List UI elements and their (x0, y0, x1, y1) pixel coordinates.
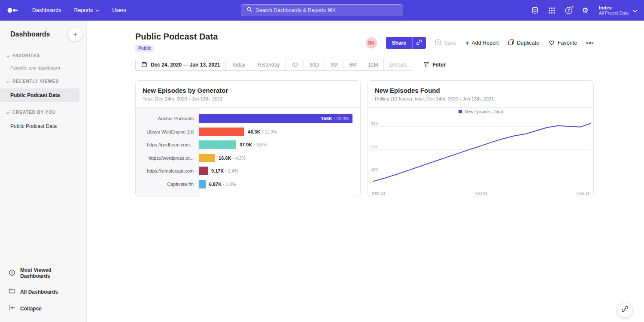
project-selector[interactable]: Index All Project Data (599, 5, 637, 16)
link-icon (416, 39, 422, 47)
duplicate-icon (508, 39, 514, 47)
new-dashboard-button[interactable]: + (68, 27, 82, 41)
nav-item-users[interactable]: Users (112, 7, 126, 13)
nav-item-reports[interactable]: Reports (74, 7, 99, 13)
sidebar-item-public-podcast-data[interactable]: Public Podcast Data (0, 88, 79, 102)
svg-text:10K: 10K (371, 167, 378, 172)
card-title: New Episodes Found (375, 87, 586, 94)
chevron-down-icon (6, 52, 9, 59)
line-chart[interactable]: 10K20K30K (369, 115, 592, 189)
bar-category-label: Libsyn WebEngine 2.0 (136, 129, 199, 134)
legend-item[interactable]: New Episode - Total (369, 108, 592, 115)
duplicate-button[interactable]: Duplicate (508, 39, 539, 47)
bar-captivate[interactable] (199, 180, 206, 188)
chevron-down-icon (6, 77, 9, 85)
share-button[interactable]: Share (386, 37, 412, 49)
filter-funnel-icon (423, 61, 429, 69)
date-range-control: Dec 24, 2020 — Jan 13, 2021 Today Yester… (135, 59, 412, 71)
preset-30d[interactable]: 30D (304, 59, 325, 70)
section-recently-viewed[interactable]: RECENTLY VIEWED (0, 72, 86, 88)
avatar[interactable]: RH (366, 37, 377, 49)
bar-value-label: 6.87K (209, 182, 222, 187)
bar-value-label: 37.9K (240, 142, 252, 147)
bar-libsyn[interactable] (199, 128, 244, 136)
x-tick: DEC 24 (372, 191, 386, 196)
bar-category-label: https://wordpress.or... (136, 155, 199, 161)
bar-percent-label: 4.3% (231, 155, 245, 161)
chevron-down-icon (6, 108, 9, 116)
bar-podbean[interactable] (199, 140, 236, 149)
app-logo[interactable] (7, 6, 18, 15)
data-management-icon[interactable] (530, 6, 540, 15)
bar-percent-label: 11.9% (261, 129, 277, 134)
settings-gear-icon[interactable]: ⚙ (580, 6, 590, 15)
legend-label: New Episode - Total (465, 109, 503, 114)
bar-category-label: https://podbean.com... (136, 142, 199, 147)
all-dashboards-button[interactable]: All Dashboards (0, 283, 86, 300)
bar-value-label: 9.17K (211, 168, 224, 173)
preset-yesterday[interactable]: Yesterday (251, 59, 285, 70)
chevron-down-icon (633, 6, 637, 14)
copy-link-button[interactable] (412, 37, 426, 49)
section-created-by-you[interactable]: CREATED BY YOU (0, 103, 86, 118)
card-new-episodes-by-generator: New Episodes by Generator Total, Dec 24t… (135, 80, 361, 197)
project-subtitle: All Project Data (599, 11, 629, 16)
bar-percent-label: 9.8% (252, 142, 266, 147)
preset-3m[interactable]: 3M (325, 59, 343, 70)
main-content: Public Podcast Data Public RH Share Save… (87, 21, 644, 322)
bar-category-label: Anchor Podcasts (136, 116, 199, 121)
preset-6m[interactable]: 6M (343, 59, 362, 70)
svg-text:20K: 20K (371, 145, 378, 149)
bar-percent-label: 1.8% (222, 182, 236, 187)
preset-12m[interactable]: 12M (362, 59, 383, 70)
search-input[interactable] (256, 7, 398, 13)
bar-anchor-podcasts[interactable]: 156K40.3% (199, 114, 352, 123)
notification-badge (571, 5, 574, 8)
favorites-empty-note: Favorite any dashboard (0, 62, 86, 72)
sidebar: Dashboards + FAVORITES Favorite any dash… (0, 21, 87, 322)
chevron-down-icon (95, 7, 99, 13)
bar-row: https://wordpress.or... 16.6K4.3% (136, 152, 360, 165)
bar-percent-label: 2.4% (224, 168, 238, 173)
sidebar-title: Dashboards (10, 30, 50, 38)
apps-grid-icon[interactable] (547, 6, 556, 15)
project-name: Index (599, 5, 629, 11)
save-button[interactable]: Save (435, 39, 456, 47)
preset-default[interactable]: Default (383, 59, 411, 70)
bar-row: https://simplecast.com 9.17K2.4% (136, 164, 360, 178)
sidebar-item-public-podcast-data-created[interactable]: Public Podcast Data (0, 119, 86, 133)
preset-7d[interactable]: 7D (285, 59, 303, 70)
more-dots-icon (586, 40, 594, 46)
search-icon (246, 6, 252, 14)
bar-simplecast[interactable] (199, 167, 208, 175)
bar-category-label: Captivate.fm (136, 182, 199, 187)
filter-button[interactable]: Filter (423, 61, 446, 69)
bar-category-label: https://simplecast.com (136, 168, 199, 173)
favorite-button[interactable]: Favorite (548, 39, 577, 47)
nav-item-dashboards[interactable]: Dashboards (32, 7, 61, 13)
global-search[interactable] (241, 4, 403, 16)
preset-today[interactable]: Today (225, 59, 251, 70)
card-subtitle: Rolling (12 hours), total, Dec 24th, 202… (375, 96, 586, 101)
collapse-sidebar-button[interactable]: Collapse (0, 300, 86, 317)
bar-wordpress[interactable] (199, 154, 215, 162)
public-badge: Public (135, 45, 154, 52)
section-favorites[interactable]: FAVORITES (0, 46, 86, 62)
section-label: RECENTLY VIEWED (12, 79, 59, 84)
card-new-episodes-found: New Episodes Found Rolling (12 hours), t… (368, 80, 594, 197)
most-viewed-icon (9, 269, 15, 277)
floating-copy-link-button[interactable] (617, 302, 633, 318)
bar-row: Libsyn WebEngine 2.0 46.3K11.9% (136, 125, 360, 139)
save-icon (435, 39, 441, 47)
help-icon[interactable]: ? (564, 6, 573, 15)
bar-value-label: 16.6K (219, 155, 231, 161)
add-report-button[interactable]: + Add Report (465, 40, 499, 46)
most-viewed-dashboards-button[interactable]: Most Viewed Dashboards (0, 263, 86, 283)
plus-icon: + (465, 39, 469, 46)
date-range-picker[interactable]: Dec 24, 2020 — Jan 13, 2021 (136, 59, 225, 70)
bar-percent-label: 40.3% (332, 116, 349, 121)
page-title: Public Podcast Data (135, 32, 218, 42)
more-options-button[interactable] (586, 40, 594, 46)
link-icon (621, 305, 629, 314)
calendar-icon (141, 61, 147, 69)
